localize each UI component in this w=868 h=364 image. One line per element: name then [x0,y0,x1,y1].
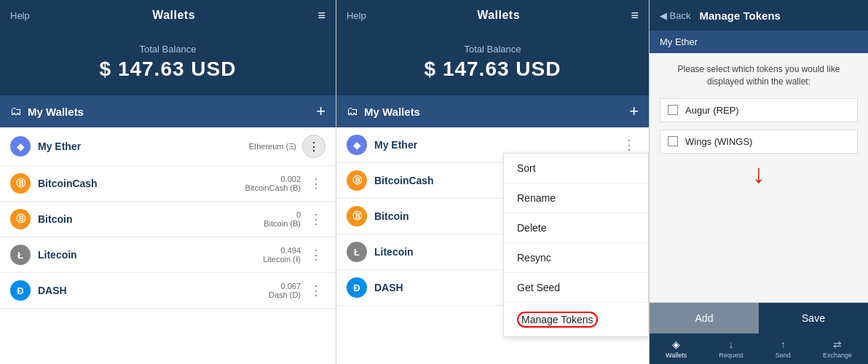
mid-wallets-bar: 🗂 My Wallets + [336,95,649,127]
mid-add-wallet-button[interactable]: + [629,102,639,121]
arrow-section: ↓ [660,161,858,187]
nav-wallets-icon: ◈ [672,339,680,350]
nav-send[interactable]: ↑ Send [776,339,791,359]
dash-icon: Đ [10,280,31,301]
mid-balance-amount: $ 147.63 USD [344,58,642,81]
left-wallet-icon: 🗂 [10,105,22,118]
wings-checkbox[interactable] [668,136,678,146]
mid-balance-section: Total Balance $ 147.63 USD [336,31,649,95]
context-menu-delete[interactable]: Delete [504,213,648,243]
left-ltc-menu-button[interactable]: ⋮ [307,245,326,264]
left-ether-name: My Ether [38,141,249,152]
mid-wallet-icon: 🗂 [347,105,358,118]
augur-checkbox[interactable] [668,105,678,115]
down-arrow-icon: ↓ [752,161,765,187]
mid-header: Help Wallets ≡ [336,0,649,31]
mid-btc-icon: Ⓑ [347,206,367,226]
ltc-icon: Ł [10,245,31,265]
left-wallet-item-dash[interactable]: Đ DASH 0.067 Dash (D) ⋮ [0,273,336,309]
left-bch-balance: 0.002 BitcoinCash (B) [245,175,301,192]
left-header: Help Wallets ≡ [0,0,336,31]
mid-title: Wallets [477,9,520,22]
nav-send-label: Send [776,352,791,359]
left-bch-menu-button[interactable]: ⋮ [307,174,326,193]
mid-hamburger-icon[interactable]: ≡ [631,8,639,23]
mid-help-link[interactable]: Help [347,10,366,21]
left-wallet-list: ◆ My Ether Ethereum (Ξ) ⋮ Ⓑ BitcoinCash … [0,127,336,364]
mid-ltc-icon: Ł [347,242,367,262]
mid-dash-icon: Đ [347,277,367,298]
mid-balance-label: Total Balance [344,44,642,55]
left-btc-name: Bitcoin [38,213,264,225]
left-wallet-item-litecoin[interactable]: Ł Litecoin 0.494 Litecoin (ℓ) ⋮ [0,237,336,273]
left-btc-menu-button[interactable]: ⋮ [307,210,326,229]
token-row-augur[interactable]: Augur (REP) [660,98,858,122]
nav-exchange[interactable]: ⇄ Exchange [823,339,852,359]
left-wallet-item-ether[interactable]: ◆ My Ether Ethereum (Ξ) ⋮ [0,127,336,166]
left-wallets-label: My Wallets [28,106,316,118]
context-menu-sort[interactable]: Sort [504,154,648,183]
context-menu-rename[interactable]: Rename [504,183,648,213]
context-menu-get-seed[interactable]: Get Seed [504,273,648,303]
btc-icon: Ⓑ [10,209,31,229]
context-menu-manage-tokens[interactable]: Manage Tokens [504,303,648,336]
right-description: Please select which tokens you would lik… [660,63,858,88]
eth-icon: ◆ [10,136,31,157]
nav-send-icon: ↑ [781,339,786,350]
left-dash-name: DASH [38,285,269,296]
left-add-wallet-button[interactable]: + [316,102,326,121]
add-button[interactable]: Add [650,303,759,333]
right-back-button[interactable]: ◀ Back [660,10,691,21]
left-ltc-balance: 0.494 Litecoin (ℓ) [263,246,301,264]
nav-request-icon: ↓ [729,339,734,350]
mid-bch-icon: Ⓑ [347,170,367,191]
left-title: Wallets [152,9,195,22]
right-header: ◀ Back Manage Tokens [650,0,868,31]
left-balance-section: Total Balance $ 147.63 USD [0,31,336,95]
right-panel-title: Manage Tokens [700,9,781,22]
left-balance-amount: $ 147.63 USD [7,58,328,81]
nav-exchange-label: Exchange [823,352,852,359]
left-ether-menu-button[interactable]: ⋮ [302,135,326,158]
left-balance-label: Total Balance [7,44,328,55]
left-help-link[interactable]: Help [10,10,30,21]
left-btc-balance: 0 Bitcoin (B) [264,210,301,228]
context-menu: Sort Rename Delete Resync Get Seed Manag… [503,153,649,337]
left-dash-menu-button[interactable]: ⋮ [307,281,326,300]
nav-request[interactable]: ↓ Request [719,339,743,359]
bch-icon: Ⓑ [10,173,31,194]
left-wallets-bar: 🗂 My Wallets + [0,95,336,127]
right-bottom-nav: ◈ Wallets ↓ Request ↑ Send ⇄ Exchange [650,333,868,364]
nav-request-label: Request [719,352,743,359]
nav-wallets-label: Wallets [666,352,687,359]
left-wallet-item-bitcoincash[interactable]: Ⓑ BitcoinCash 0.002 BitcoinCash (B) ⋮ [0,166,336,202]
left-hamburger-icon[interactable]: ≡ [317,8,326,23]
left-ether-balance: Ethereum (Ξ) [249,142,296,151]
mid-eth-icon: ◆ [347,135,367,155]
left-ltc-name: Litecoin [38,249,263,261]
context-menu-resync[interactable]: Resync [504,243,648,273]
right-wallet-label: My Ether [650,31,868,53]
left-wallet-item-bitcoin[interactable]: Ⓑ Bitcoin 0 Bitcoin (B) ⋮ [0,202,336,237]
save-button[interactable]: Save [759,303,868,333]
left-panel: Help Wallets ≡ Total Balance $ 147.63 US… [0,0,336,364]
mid-wallets-label: My Wallets [364,106,629,118]
left-dash-balance: 0.067 Dash (D) [269,282,301,299]
bottom-buttons: Add Save [650,302,868,333]
mid-panel: Help Wallets ≡ Total Balance $ 147.63 US… [336,0,650,364]
wings-label: Wings (WINGS) [685,136,752,147]
mid-ether-menu-button[interactable]: ⋮ [620,135,639,154]
right-panel: ◀ Back Manage Tokens My Ether Please sel… [650,0,868,364]
mid-ether-name: My Ether [374,139,620,151]
nav-exchange-icon: ⇄ [833,339,842,350]
left-bch-name: BitcoinCash [38,178,245,189]
augur-label: Augur (REP) [685,105,739,116]
nav-wallets[interactable]: ◈ Wallets [666,339,687,359]
manage-tokens-highlight: Manage Tokens [517,312,598,328]
token-row-wings[interactable]: Wings (WINGS) [660,130,858,154]
